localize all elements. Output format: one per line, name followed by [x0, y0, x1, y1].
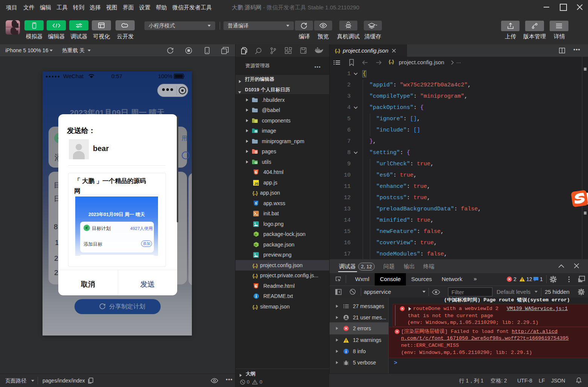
svg-text:js: js	[254, 233, 257, 236]
svg-text:js: js	[254, 243, 257, 246]
svg-text:JS: JS	[254, 181, 258, 185]
svg-text:3: 3	[255, 201, 257, 205]
